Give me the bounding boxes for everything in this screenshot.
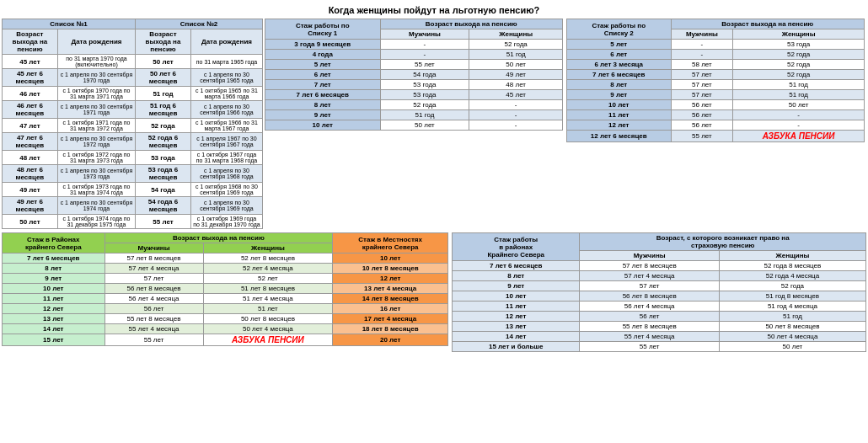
table-row: 52 года: [733, 50, 865, 60]
table-row: 52 года: [733, 70, 865, 80]
table-row: 14 лет: [3, 324, 105, 334]
table-row: 50 лет: [469, 60, 563, 70]
table-row: 56 лет: [671, 110, 733, 120]
table-row: 4 года: [265, 50, 381, 60]
list1-header: Список №1: [3, 19, 136, 29]
table-row: 50 лет 8 месяцев: [719, 322, 865, 332]
table-row: 51 лет 4 месяца: [203, 294, 333, 304]
list-item: 45 лет 6 месяцев: [3, 69, 58, 87]
table-row: 55 лет 8 месяцев: [580, 322, 719, 332]
table-row: 6 лет: [265, 70, 381, 80]
table-row: 50 лет 4 месяца: [719, 332, 865, 342]
list-item: 51 год: [136, 87, 191, 101]
table-row: 5 лет: [265, 60, 381, 70]
list-item: 49 лет: [3, 183, 58, 197]
pt1-vozrast-header: Возраст выхода на пенсию: [380, 19, 563, 29]
main-title: Когда женщины пойдут на льготную пенсию?: [2, 2, 866, 19]
table-row: 52 года: [469, 40, 563, 50]
table-row: 51 год: [469, 50, 563, 60]
table-row: 52 года: [733, 60, 865, 70]
table-row: 57 лет: [671, 70, 733, 80]
list-item: 53 года: [136, 151, 191, 165]
table-row: 13 лет: [453, 322, 580, 332]
table-row: 13 лет 4 месяца: [333, 284, 448, 294]
table-row: 5 лет: [567, 40, 672, 50]
table-row: 15 лет: [3, 334, 105, 346]
table-row: 52 года 4 месяца: [719, 271, 865, 281]
list-item: с 1 октября 1971 года по 31 марта 1972 г…: [57, 119, 135, 133]
table-row: -: [469, 100, 563, 110]
table-row: 20 лет: [333, 334, 448, 346]
table-row: 55 лет: [580, 342, 719, 352]
pt1-women-header: Женщины: [469, 29, 563, 40]
table-row: 51 год: [380, 110, 469, 120]
col-birth2-header: Дата рождения: [190, 29, 262, 55]
table-row: 7 лет 6 месяцев: [453, 261, 580, 271]
table-row: 9 лет: [3, 274, 105, 284]
table-row: 57 лет 4 месяца: [580, 271, 719, 281]
list-item: с 1 апреля по 30 сентября 1973 года: [57, 165, 135, 183]
table-row: 52 лет 4 месяца: [203, 264, 333, 274]
table-row: 9 лет: [265, 110, 381, 120]
table-row: -: [671, 50, 733, 60]
table-row: 10 лет: [567, 100, 672, 110]
list-item: 48 лет: [3, 151, 58, 165]
table-row: 9 лет: [567, 90, 672, 100]
table-row: 49 лет: [469, 70, 563, 80]
table-row: 51 лет: [203, 304, 333, 314]
table-row: 56 лет: [671, 100, 733, 110]
table-row: 55 лет 8 месяцев: [104, 314, 203, 324]
table-row: 51 год 8 месяцев: [719, 291, 865, 302]
table-row: 55 лет: [104, 334, 203, 346]
table-row: 50 лет: [733, 100, 865, 110]
page-wrapper: Когда женщины пойдут на льготную пенсию?…: [0, 0, 868, 354]
list-item: 45 лет: [3, 55, 58, 69]
table-row: 53 года: [380, 80, 469, 90]
table-row: 57 лет: [580, 281, 719, 291]
ins-women-header: Женщины: [719, 251, 865, 261]
pt2-stazh-header: Стаж работы поСписку 2: [567, 19, 672, 40]
list-item: 46 лет 6 месяцев: [3, 101, 58, 119]
table-row: 45 лет: [469, 90, 563, 100]
table-row: 8 лет: [3, 264, 105, 274]
list-item: с 1 апреля по 30 сентября 1970 года: [57, 69, 135, 87]
table-row: 10 лет: [333, 254, 448, 264]
pension-table-1: Стаж работы поСписку 1 Возраст выхода на…: [265, 19, 563, 229]
table-row: 57 лет 8 месяцев: [104, 254, 203, 264]
col-age-header: Возраст выхода на пенсию: [3, 29, 58, 55]
table-row: 17 лет 4 месяца: [333, 314, 448, 324]
table-row: 50 лет: [719, 342, 865, 352]
list-item: 46 лет: [3, 87, 58, 101]
list2-header: Список №2: [136, 19, 263, 29]
table-row: 48 лет: [469, 80, 563, 90]
table-row: АЗБУКА ПЕНСИИ: [733, 131, 865, 142]
table-row: 58 лет: [671, 60, 733, 70]
table-row: 51 лет 8 месяцев: [203, 284, 333, 294]
list-item: 51 год 6 месяцев: [136, 101, 191, 119]
table-row: 8 лет: [567, 80, 672, 90]
table-row: 57 лет 8 месяцев: [580, 261, 719, 271]
list-item: с 1 октября 1972 года по 31 марта 1973 г…: [57, 151, 135, 165]
table-row: 55 лет: [671, 131, 733, 142]
table-row: 11 лет: [3, 294, 105, 304]
table-row: 12 лет: [453, 312, 580, 322]
pt1-men-header: Мужчины: [380, 29, 469, 40]
table-row: -: [469, 110, 563, 120]
list-item: 55 лет: [136, 215, 191, 229]
list-item: с 1 октября 1970 года по 31 марта 1971 г…: [57, 87, 135, 101]
table-row: 57 лет: [104, 274, 203, 284]
pt2-vozrast-header: Возраст выхода на пенсию: [671, 19, 865, 29]
list-item: 49 лет 6 месяцев: [3, 197, 58, 215]
table-row: 52 года: [719, 281, 865, 291]
list-item: с 1 октября 1967 года по 31 марта 1968 г…: [190, 151, 262, 165]
list-item: 54 года 6 месяцев: [136, 197, 191, 215]
table-row: 12 лет: [3, 304, 105, 314]
table-row: -: [733, 110, 865, 120]
table-row: 10 лет: [265, 120, 381, 131]
table-row: 15 лет и больше: [453, 342, 580, 352]
ins-men-header: Мужчины: [580, 251, 719, 261]
table-row: 10 лет 8 месяцев: [333, 264, 448, 274]
table-row: 50 лет: [380, 120, 469, 131]
pt2-women-header: Женщины: [733, 29, 865, 40]
list-item: с 1 апреля по 30 сентября 1965 года: [190, 69, 262, 87]
